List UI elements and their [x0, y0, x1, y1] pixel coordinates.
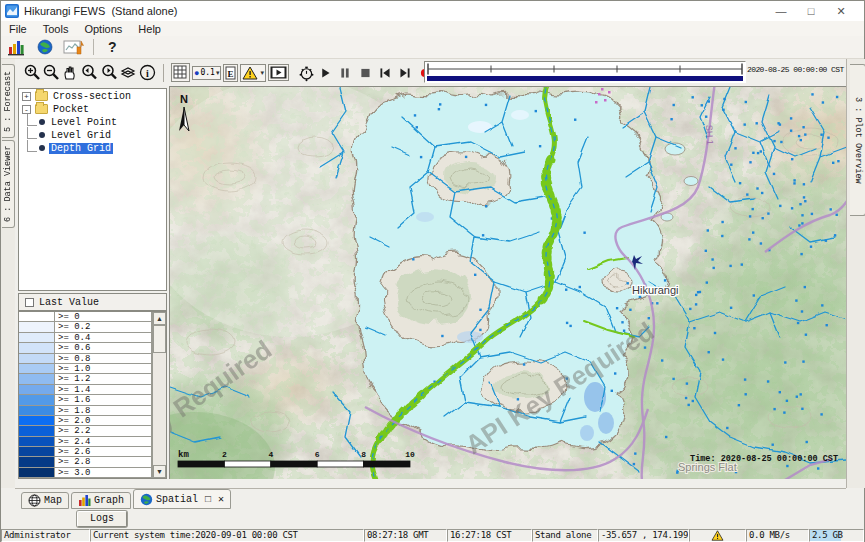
- legend-row[interactable]: >= 1.2: [19, 374, 152, 384]
- info-icon[interactable]: i: [138, 63, 157, 82]
- legend-label: >= 1.2: [55, 374, 152, 384]
- menu-tools[interactable]: Tools: [35, 23, 77, 35]
- legend-label: >= 1.4: [55, 385, 152, 395]
- svg-text:2: 2: [222, 450, 227, 459]
- grid-icon: [173, 65, 188, 80]
- tree-item-level-point[interactable]: Level Point: [19, 116, 166, 128]
- timer-icon[interactable]: [298, 63, 315, 83]
- legend-row[interactable]: >= 3.2: [19, 478, 152, 479]
- road-label: SH 1: [704, 125, 715, 146]
- zoom-next-icon[interactable]: [99, 63, 119, 82]
- legend-table: >= 0>= 0.2>= 0.4>= 0.6>= 0.8>= 1.0>= 1.2…: [18, 311, 167, 479]
- grid-button[interactable]: [171, 63, 190, 82]
- tab-close-icon[interactable]: ✕: [218, 493, 224, 505]
- legend-row[interactable]: >= 0.4: [19, 333, 152, 343]
- menu-help[interactable]: Help: [130, 23, 169, 35]
- legend-label: >= 2.6: [55, 447, 152, 457]
- tab-spatial[interactable]: Spatial □ ✕: [133, 489, 231, 509]
- tab-map[interactable]: Map: [21, 492, 69, 509]
- play-icon[interactable]: [315, 66, 335, 80]
- stop-icon[interactable]: [355, 66, 375, 80]
- legend-swatch: [19, 478, 55, 479]
- tree-item-pocket[interactable]: - Pocket: [19, 103, 166, 115]
- time-series-display-icon[interactable]: [63, 38, 85, 56]
- legend-label: >= 2.0: [55, 416, 152, 426]
- tab-forecast[interactable]: 5 : Forecast: [2, 64, 15, 138]
- legend-label: >= 2.8: [55, 457, 152, 467]
- collapse-icon[interactable]: -: [22, 105, 31, 114]
- scroll-thumb[interactable]: [153, 325, 166, 353]
- legend-row[interactable]: >= 2.0: [19, 416, 152, 426]
- legend-row[interactable]: >= 1.4: [19, 385, 152, 395]
- application-window: Hikurangi FEWS (Stand alone) — □ ✕ File …: [0, 0, 865, 542]
- right-tab-strip: 3 : Plot Overview: [846, 59, 865, 488]
- legend-button[interactable]: E: [223, 64, 238, 82]
- step-back-icon[interactable]: [375, 66, 395, 80]
- help-icon[interactable]: ?: [108, 39, 117, 55]
- status-system-time: Current system time:2020-09-01 00:00 CST: [90, 529, 364, 542]
- status-coords: -35.657 , 174.199: [598, 529, 689, 542]
- legend-row[interactable]: >= 0: [19, 312, 152, 322]
- grid-display-icon[interactable]: [7, 39, 25, 56]
- spatial-display-icon[interactable]: [37, 39, 53, 55]
- legend-swatch: [19, 437, 55, 447]
- folder-icon: [35, 91, 48, 101]
- tab-graph[interactable]: Graph: [71, 492, 131, 509]
- legend-row[interactable]: >= 0.8: [19, 354, 152, 364]
- tree-item-cross-section[interactable]: + Cross-section: [19, 90, 166, 102]
- legend-label: >= 3.2: [55, 478, 152, 479]
- legend-swatch: [19, 395, 55, 405]
- last-value-checkbox[interactable]: [25, 298, 34, 307]
- legend-row[interactable]: >= 1.6: [19, 395, 152, 405]
- legend-row[interactable]: >= 1.8: [19, 406, 152, 416]
- legend-row[interactable]: >= 2.2: [19, 426, 152, 436]
- layers-icon[interactable]: [119, 63, 138, 82]
- node-bullet-icon: [39, 132, 45, 138]
- warning-button[interactable]: ▾: [240, 64, 266, 82]
- tree-connector: [27, 114, 37, 126]
- zoom-out-icon[interactable]: [42, 63, 61, 82]
- display-tabs: Map Graph Spatial □ ✕: [15, 488, 846, 509]
- tab-data-viewer[interactable]: 6 : Data Viewer: [2, 140, 15, 228]
- scroll-down-icon[interactable]: ▼: [153, 465, 166, 478]
- maximize-button[interactable]: □: [796, 1, 826, 21]
- zoom-previous-icon[interactable]: [79, 63, 99, 82]
- scroll-up-icon[interactable]: ▲: [153, 312, 166, 325]
- interval-button[interactable]: ●0.1▾: [192, 66, 221, 80]
- pause-icon[interactable]: [335, 66, 355, 80]
- tab-maximize-icon[interactable]: □: [205, 494, 211, 505]
- legend-icon: E: [225, 66, 236, 80]
- legend-scrollbar[interactable]: ▲ ▼: [152, 312, 166, 478]
- folder-icon: [35, 104, 48, 114]
- menu-file[interactable]: File: [1, 23, 35, 35]
- pan-icon[interactable]: [61, 63, 79, 82]
- minimize-button[interactable]: —: [766, 1, 796, 21]
- legend-row[interactable]: >= 3.0: [19, 468, 152, 478]
- logs-row: Logs: [15, 509, 846, 529]
- map-view[interactable]: API Key Required API Key Required Hikura…: [169, 86, 846, 479]
- timeline-slider[interactable]: [424, 61, 746, 83]
- zoom-in-icon[interactable]: [23, 63, 42, 82]
- legend-row[interactable]: >= 2.4: [19, 437, 152, 447]
- tree-item-depth-grid[interactable]: Depth Grid: [19, 142, 166, 154]
- menu-options[interactable]: Options: [76, 23, 130, 35]
- last-value-label: Last Value: [39, 297, 99, 308]
- legend-swatch: [19, 457, 55, 467]
- step-forward-icon[interactable]: [395, 66, 415, 80]
- svg-text:km: km: [178, 450, 189, 460]
- legend-row[interactable]: >= 2.8: [19, 457, 152, 467]
- expand-icon[interactable]: +: [22, 92, 31, 101]
- tree-item-level-grid[interactable]: Level Grid: [19, 129, 166, 141]
- tab-plot-overview[interactable]: 3 : Plot Overview: [850, 64, 865, 216]
- logs-button[interactable]: Logs: [77, 511, 127, 527]
- svg-text:4: 4: [268, 450, 273, 459]
- legend-row[interactable]: >= 0.2: [19, 322, 152, 332]
- close-button[interactable]: ✕: [826, 1, 856, 21]
- legend-swatch: [19, 354, 55, 364]
- legend-row[interactable]: >= 2.6: [19, 447, 152, 457]
- legend-row[interactable]: >= 0.6: [19, 343, 152, 353]
- legend-swatch: [19, 447, 55, 457]
- legend-swatch: [19, 343, 55, 353]
- legend-row[interactable]: >= 1.0: [19, 364, 152, 374]
- movie-button[interactable]: [268, 64, 289, 81]
